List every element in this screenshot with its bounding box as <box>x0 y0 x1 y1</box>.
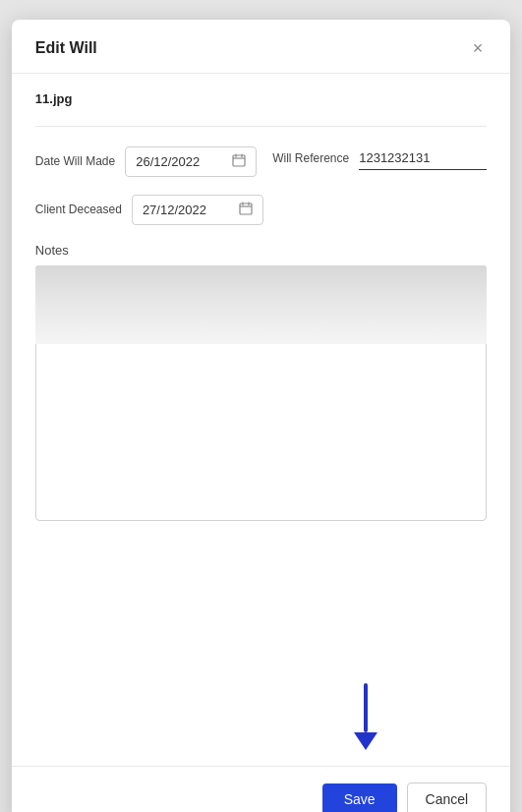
cancel-button[interactable]: Cancel <box>407 783 488 812</box>
arrow-head <box>354 732 377 750</box>
calendar-icon-will-made[interactable] <box>232 153 246 170</box>
dialog-title: Edit Will <box>35 39 97 57</box>
client-deceased-input-wrapper <box>132 195 263 225</box>
edit-will-dialog: Edit Will × 11.jpg Date Will Made <box>12 20 510 812</box>
notes-textarea[interactable] <box>35 265 487 521</box>
client-deceased-group: Client Deceased <box>35 195 263 225</box>
arrow-shaft <box>364 683 368 732</box>
notes-label: Notes <box>35 243 487 258</box>
date-will-made-label: Date Will Made <box>35 153 115 170</box>
notes-section: Notes <box>35 243 487 525</box>
close-button[interactable]: × <box>469 37 488 59</box>
date-will-made-input-wrapper <box>125 146 257 177</box>
client-deceased-label: Client Deceased <box>35 202 122 218</box>
file-name: 11.jpg <box>35 91 487 106</box>
will-reference-input[interactable] <box>359 146 487 170</box>
date-will-made-group: Date Will Made <box>35 146 257 177</box>
svg-rect-4 <box>240 203 252 214</box>
save-button[interactable]: Save <box>322 783 397 812</box>
dialog-body: 11.jpg Date Will Made <box>12 74 510 646</box>
arrow-indicator <box>354 683 377 750</box>
form-row-2: Client Deceased <box>35 195 487 225</box>
spacer <box>12 646 510 767</box>
dialog-footer: Save Cancel <box>12 766 510 812</box>
dialog-header: Edit Will × <box>12 20 510 74</box>
will-reference-group: Will Reference <box>272 146 487 170</box>
will-reference-label: Will Reference <box>272 150 349 167</box>
svg-rect-0 <box>233 155 245 166</box>
date-will-made-input[interactable] <box>136 154 224 169</box>
form-row-1: Date Will Made Will Reference <box>35 146 487 177</box>
client-deceased-input[interactable] <box>143 203 231 217</box>
calendar-icon-deceased[interactable] <box>239 202 253 218</box>
header-divider <box>35 126 487 127</box>
